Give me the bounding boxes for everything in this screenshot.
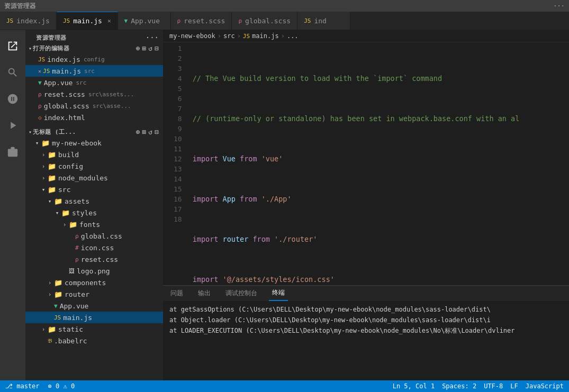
terminal-line: at LOADER_EXECUTION (C:\Users\DELL\Deskt… [169, 326, 563, 335]
open-file-index-html[interactable]: ◇ index.html [25, 112, 163, 123]
tree-src[interactable]: ▾ 📁 src [25, 184, 163, 195]
breadcrumb-part: main.js [252, 32, 279, 40]
tab-bar: JS index.js JS main.js ✕ ▼ App.vue ρ res… [0, 12, 569, 30]
terminal-text: at Object.loader (C:\Users\DELL\Desktop\… [169, 316, 491, 324]
tree-styles[interactable]: ▾ 📁 styles [25, 207, 163, 218]
open-editors-label: 打开的编辑器 [33, 44, 69, 52]
collapse-icon[interactable]: ⊟ [155, 44, 159, 52]
git-icon[interactable] [0, 86, 25, 112]
tree-app-vue[interactable]: ▼ App.vue [25, 300, 163, 312]
panel-tab-output[interactable]: 输出 [195, 286, 214, 301]
explorer-icon[interactable] [0, 33, 25, 59]
breadcrumb-part: ... [287, 32, 299, 40]
tab-close-button[interactable]: ✕ [107, 17, 111, 24]
spaces: Spaces: 2 [442, 382, 476, 390]
tree-config[interactable]: › 📁 config [25, 160, 163, 172]
tab-label: reset.scss [184, 17, 225, 25]
terminal-line: at getSassOptions (C:\Users\DELL\Desktop… [169, 305, 563, 314]
folder-icon: 📁 [54, 290, 62, 298]
panel-tab-terminal[interactable]: 终端 [269, 286, 288, 301]
string-val: './router' [274, 234, 317, 244]
tree-assets[interactable]: ▾ 📁 assets [25, 195, 163, 207]
tab-reset-scss[interactable]: ρ reset.scss [171, 12, 232, 30]
tree-fonts[interactable]: › 📁 fonts [25, 218, 163, 230]
tree-item-label: node_modules [58, 174, 108, 182]
tree-item-label: assets [65, 197, 89, 205]
tab-global-scss[interactable]: ρ global.scss [232, 12, 297, 30]
tree-router[interactable]: › 📁 router [25, 288, 163, 300]
string-val: '@/assets/styles/icon.css' [223, 275, 335, 285]
sidebar-title: 资源管理器 [36, 34, 67, 42]
open-file-index-js[interactable]: JS index.js config [25, 53, 163, 65]
scss-file-icon: ρ [38, 103, 42, 110]
tree-item-label: logo.png [77, 267, 110, 275]
tree-my-new-ebook[interactable]: ▾ 📁 my-new-ebook [25, 137, 163, 149]
open-file-app-vue[interactable]: ▼ App.vue src [25, 77, 163, 88]
tab-app-vue[interactable]: ▼ App.vue [118, 12, 171, 30]
tree-babelrc[interactable]: 𝔅 .babelrc [25, 335, 163, 347]
folder-icon: 📁 [48, 325, 56, 333]
close-x-icon[interactable]: ✕ [38, 68, 41, 74]
var-name: App [223, 194, 240, 204]
tree-item-label: .babelrc [54, 337, 87, 345]
comment-text: // The Vue build version to load with th… [193, 74, 442, 84]
open-file-name: index.html [44, 114, 85, 122]
collapse-icon[interactable]: ⊟ [155, 128, 159, 136]
tree-main-js[interactable]: JS main.js [25, 312, 163, 323]
tree-global-css[interactable]: ρ global.css [25, 230, 163, 242]
title-text: 资源管理器 [4, 2, 36, 11]
code-lines[interactable]: // The Vue build version to load with th… [191, 42, 569, 285]
open-editors-section[interactable]: ▾ 打开的编辑器 ⊕ ⊞ ↺ ⊟ [25, 43, 163, 53]
workspace-section[interactable]: ▾ 无标题 (工... ⊕ ⊞ ↺ ⊟ [25, 125, 163, 137]
code-line-3: import Vue from 'vue' [191, 154, 569, 164]
tree-logo-png[interactable]: 🖼 logo.png [25, 265, 163, 277]
tab-label: App.vue [131, 17, 160, 25]
tab-ind[interactable]: JS ind [297, 12, 350, 30]
panel-tab-problems[interactable]: 问题 [167, 286, 186, 301]
keyword: from [240, 154, 261, 164]
open-file-name: global.scss [44, 102, 89, 110]
tree-static[interactable]: › 📁 static [25, 323, 163, 335]
refresh-icon[interactable]: ↺ [148, 44, 152, 52]
open-file-global-scss[interactable]: ρ global.scss src\asse... [25, 100, 163, 112]
file-tag: src\asse... [93, 103, 131, 110]
tab-index-js[interactable]: JS index.js [0, 12, 57, 30]
code-editor[interactable]: 12345 678910 1112131415 161718 // The Vu… [163, 42, 569, 285]
new-folder-icon[interactable]: ⊞ [142, 44, 147, 52]
terminal-text: at LOADER_EXECUTION (C:\Users\DELL\Deskt… [169, 327, 515, 334]
tree-reset-css[interactable]: ρ reset.css [25, 253, 163, 265]
new-folder-icon[interactable]: ⊞ [142, 128, 147, 136]
open-file-reset-scss[interactable]: ρ reset.scss src\assets... [25, 88, 163, 100]
activity-bar [0, 30, 25, 380]
extensions-icon[interactable] [0, 139, 25, 165]
tree-item-label: my-new-ebook [52, 139, 102, 147]
tree-build[interactable]: › 📁 build [25, 149, 163, 160]
sidebar-more-icon[interactable]: ··· [146, 33, 159, 42]
tree-item-label: router [65, 290, 89, 298]
open-file-main-js[interactable]: ✕ JS main.js src [25, 65, 163, 77]
tab-main-js[interactable]: JS main.js ✕ [57, 12, 118, 30]
tree-node-modules[interactable]: › 📁 node_modules [25, 172, 163, 184]
arrow-icon: › [60, 221, 69, 228]
debug-icon[interactable] [0, 113, 25, 138]
tree-icon-css[interactable]: # icon.css [25, 242, 163, 253]
new-file-icon[interactable]: ⊕ [136, 128, 140, 136]
js-file-icon: JS [43, 68, 50, 75]
tree-item-label: styles [72, 209, 97, 217]
file-tag: src\assets... [88, 91, 134, 98]
panel-tab-debug[interactable]: 调试控制台 [222, 286, 260, 301]
tree-item-label: build [58, 151, 79, 159]
tree-components[interactable]: › 📁 components [25, 277, 163, 288]
search-icon[interactable] [0, 60, 25, 85]
html-file-icon: ◇ [38, 114, 42, 121]
var-name: Vue [223, 154, 240, 164]
tree-item-label: components [65, 279, 106, 287]
refresh-icon[interactable]: ↺ [148, 128, 152, 136]
arrow-icon: › [39, 326, 48, 333]
babel-file-icon: 𝔅 [48, 338, 52, 344]
png-file-icon: 🖼 [69, 268, 75, 275]
new-file-icon[interactable]: ⊕ [136, 44, 140, 52]
git-branch: ⎇ master [5, 382, 40, 390]
encoding: UTF-8 [484, 382, 503, 390]
error-count: ⊗ 0 ⚠ 0 [48, 382, 75, 390]
